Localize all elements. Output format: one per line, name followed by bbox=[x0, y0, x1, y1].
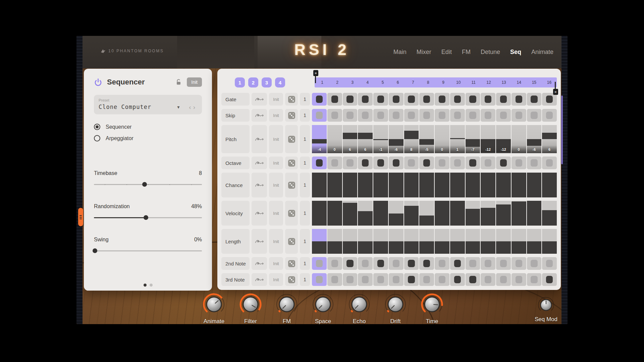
row-init-button[interactable]: Init bbox=[269, 273, 283, 286]
pagination-dot[interactable] bbox=[150, 284, 153, 287]
step-cell[interactable] bbox=[373, 93, 388, 106]
nav-item-mixer[interactable]: Mixer bbox=[417, 49, 431, 56]
step-cell[interactable]: 6 bbox=[358, 125, 373, 153]
nav-item-seq[interactable]: Seq bbox=[510, 49, 521, 56]
step-cell[interactable] bbox=[450, 157, 465, 169]
step-cell[interactable] bbox=[343, 157, 358, 169]
animate-curve-icon[interactable] bbox=[252, 173, 267, 197]
step-cell[interactable] bbox=[373, 201, 388, 226]
step-cell[interactable] bbox=[450, 109, 465, 122]
step-cell[interactable] bbox=[343, 93, 358, 106]
step-cell[interactable] bbox=[481, 257, 495, 270]
row-division[interactable]: 1 bbox=[300, 229, 310, 254]
dice-icon[interactable] bbox=[285, 201, 298, 226]
step-cell[interactable] bbox=[527, 201, 542, 226]
preset-selector[interactable]: Preset Clone Computer ▼ ‹› bbox=[94, 95, 202, 114]
row-init-button[interactable]: Init bbox=[269, 125, 283, 153]
step-cell[interactable] bbox=[327, 93, 342, 106]
step-cell[interactable]: 0 bbox=[435, 125, 449, 153]
step-cell[interactable] bbox=[312, 273, 327, 286]
row-init-button[interactable]: Init bbox=[269, 109, 283, 122]
step-cell[interactable] bbox=[327, 273, 342, 286]
step-cell[interactable] bbox=[358, 93, 373, 106]
preset-value[interactable]: Clone Computer bbox=[99, 104, 197, 110]
dice-icon[interactable] bbox=[285, 273, 298, 286]
step-cell[interactable] bbox=[389, 157, 404, 169]
step-cell[interactable] bbox=[527, 93, 542, 106]
step-cell[interactable] bbox=[312, 257, 327, 270]
dice-icon[interactable] bbox=[285, 109, 298, 122]
step-cell[interactable] bbox=[466, 173, 480, 197]
step-cell[interactable] bbox=[343, 257, 358, 270]
step-cell[interactable] bbox=[404, 229, 419, 254]
panel-drawer-handle[interactable] bbox=[78, 208, 83, 226]
step-cell[interactable] bbox=[542, 201, 557, 226]
step-cell[interactable] bbox=[481, 173, 495, 197]
step-cell[interactable] bbox=[481, 109, 495, 122]
power-icon[interactable] bbox=[94, 78, 102, 86]
step-cell[interactable] bbox=[466, 157, 480, 169]
dice-icon[interactable] bbox=[285, 125, 298, 153]
lock-icon[interactable] bbox=[176, 79, 181, 85]
step-cell[interactable] bbox=[327, 173, 342, 197]
step-cell[interactable] bbox=[419, 201, 434, 226]
step-cell[interactable] bbox=[358, 173, 373, 197]
step-cell[interactable] bbox=[435, 173, 449, 197]
knob-graphic[interactable] bbox=[419, 291, 445, 317]
step-cell[interactable] bbox=[450, 93, 465, 106]
step-cell[interactable] bbox=[358, 257, 373, 270]
step-cell[interactable] bbox=[496, 173, 511, 197]
step-cell[interactable] bbox=[527, 109, 542, 122]
knob-graphic[interactable] bbox=[346, 291, 372, 317]
row-division[interactable]: 1 bbox=[300, 125, 310, 153]
step-cell[interactable] bbox=[389, 93, 404, 106]
step-cell[interactable] bbox=[389, 173, 404, 197]
step-cell[interactable] bbox=[496, 201, 511, 226]
step-cell[interactable] bbox=[542, 257, 557, 270]
preset-prev-next-icons[interactable]: ‹› bbox=[189, 104, 197, 111]
step-cell[interactable] bbox=[512, 109, 526, 122]
row-init-button[interactable]: Init bbox=[269, 173, 283, 197]
step-cell[interactable] bbox=[527, 257, 542, 270]
step-cell[interactable] bbox=[435, 201, 449, 226]
init-button[interactable]: Init bbox=[187, 77, 202, 87]
step-cell[interactable] bbox=[343, 173, 358, 197]
step-cell[interactable] bbox=[481, 229, 495, 254]
step-cell[interactable] bbox=[512, 257, 526, 270]
step-cell[interactable] bbox=[404, 157, 419, 169]
page-button-1[interactable]: 1 bbox=[235, 77, 245, 87]
step-cell[interactable] bbox=[542, 109, 557, 122]
knob-graphic[interactable] bbox=[201, 291, 227, 317]
step-cell[interactable] bbox=[466, 257, 480, 270]
step-cell[interactable] bbox=[419, 257, 434, 270]
step-cell[interactable] bbox=[466, 229, 480, 254]
row-division[interactable]: 1 bbox=[300, 273, 310, 286]
step-cell[interactable] bbox=[312, 173, 327, 197]
step-cell[interactable] bbox=[404, 109, 419, 122]
knob-graphic[interactable] bbox=[310, 291, 336, 317]
step-cell[interactable] bbox=[419, 109, 434, 122]
step-cell[interactable] bbox=[419, 93, 434, 106]
step-cell[interactable] bbox=[496, 257, 511, 270]
step-cell[interactable] bbox=[466, 109, 480, 122]
step-cell[interactable] bbox=[358, 157, 373, 169]
step-cell[interactable] bbox=[404, 93, 419, 106]
step-cell[interactable] bbox=[358, 273, 373, 286]
page-button-4[interactable]: 4 bbox=[275, 77, 285, 87]
step-cell[interactable] bbox=[496, 273, 511, 286]
step-cell[interactable] bbox=[327, 229, 342, 254]
step-cell[interactable] bbox=[312, 229, 327, 254]
step-cell[interactable] bbox=[481, 157, 495, 169]
nav-item-fm[interactable]: FM bbox=[462, 49, 471, 56]
step-cell[interactable]: 0 bbox=[512, 125, 526, 153]
step-cell[interactable] bbox=[358, 109, 373, 122]
step-cell[interactable] bbox=[419, 173, 434, 197]
step-cell[interactable] bbox=[343, 201, 358, 226]
step-cell[interactable] bbox=[481, 93, 495, 106]
step-cell[interactable]: -5 bbox=[419, 125, 434, 153]
step-cell[interactable] bbox=[527, 273, 542, 286]
step-cell[interactable] bbox=[450, 257, 465, 270]
step-cell[interactable] bbox=[327, 201, 342, 226]
step-cell[interactable] bbox=[419, 273, 434, 286]
step-cell[interactable] bbox=[450, 273, 465, 286]
